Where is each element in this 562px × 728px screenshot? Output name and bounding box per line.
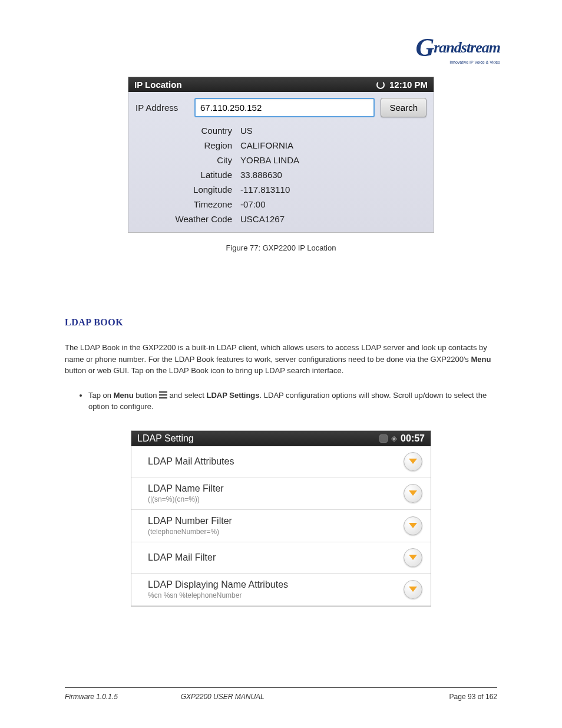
clock-time-2: 00:57 (401, 433, 425, 444)
svg-rect-1 (159, 394, 167, 396)
ldap-setting-screenshot: LDAP Setting ◈ 00:57 LDAP Mail Attribute… (131, 430, 431, 607)
info-value: -117.813110 (240, 185, 427, 195)
ip-location-titlebar: IP Location 12:10 PM (128, 77, 434, 92)
ldap-item-title: LDAP Name Filter (148, 483, 404, 494)
svg-rect-0 (159, 391, 167, 393)
info-value: YORBA LINDA (240, 155, 427, 165)
info-key: Longitude (128, 185, 240, 195)
ldap-bullet-1: Tap on Menu button and select LDAP Setti… (88, 390, 497, 413)
info-row: RegionCALIFORNIA (128, 138, 434, 153)
info-value: CALIFORNIA (240, 140, 427, 150)
clock-time: 12:10 PM (389, 80, 428, 90)
brand-logo: Grandstream Innovative IP Voice & Video (415, 32, 500, 64)
ldap-item-sub: (|(sn=%)(cn=%)) (148, 495, 404, 503)
ldap-setting-item[interactable]: LDAP Number Filter(telephoneNumber=%) (131, 510, 431, 542)
ldap-setting-item[interactable]: LDAP Displaying Name Attributes%cn %sn %… (131, 574, 431, 606)
ldap-item-sub: %cn %sn %telephoneNumber (148, 591, 404, 599)
chevron-down-icon (409, 587, 417, 592)
info-key: Latitude (128, 170, 240, 180)
search-button[interactable]: Search (381, 98, 427, 117)
ldap-item-title: LDAP Mail Filter (148, 552, 404, 563)
ip-location-title: IP Location (134, 80, 182, 90)
expand-button[interactable] (404, 452, 422, 471)
info-key: Region (128, 140, 240, 150)
info-value: 33.888630 (240, 170, 427, 180)
ldap-setting-item[interactable]: LDAP Mail Filter (131, 542, 431, 574)
info-value: -07:00 (240, 199, 427, 209)
info-key: Weather Code (128, 214, 240, 224)
info-value: USCA1267 (240, 214, 427, 224)
wifi-icon: ◈ (391, 434, 397, 443)
figure-caption: Figure 77: GXP2200 IP Location (65, 243, 497, 252)
chevron-down-icon (409, 523, 417, 528)
check-icon (379, 434, 388, 443)
info-row: CityYORBA LINDA (128, 153, 434, 167)
ldap-item-title: LDAP Displaying Name Attributes (148, 579, 404, 590)
chevron-down-icon (409, 459, 417, 464)
ldap-setting-titlebar: LDAP Setting ◈ 00:57 (131, 431, 431, 446)
info-row: Latitude33.888630 (128, 167, 434, 182)
ldap-item-title: LDAP Mail Attributes (148, 456, 404, 467)
info-row: Timezone-07:00 (128, 197, 434, 212)
ldap-intro-paragraph: The LDAP Book in the GXP2200 is a built-… (65, 342, 497, 377)
chevron-down-icon (409, 555, 417, 560)
status-icons: ◈ (379, 434, 397, 443)
page-footer: Firmware 1.0.1.5 GXP2200 USER MANUAL Pag… (65, 687, 497, 701)
ip-location-screenshot: IP Location 12:10 PM IP Address Search C… (128, 77, 434, 233)
expand-button[interactable] (404, 548, 422, 567)
ldap-item-title: LDAP Number Filter (148, 516, 404, 526)
expand-button[interactable] (404, 580, 422, 599)
refresh-icon (376, 81, 385, 89)
ip-address-input[interactable] (194, 98, 375, 117)
ldap-item-sub: (telephoneNumber=%) (148, 528, 404, 536)
ldap-setting-item[interactable]: LDAP Name Filter(|(sn=%)(cn=%)) (131, 477, 431, 510)
info-key: City (128, 155, 240, 165)
svg-rect-2 (159, 397, 167, 398)
info-value: US (240, 126, 427, 136)
ip-address-label: IP Address (135, 103, 189, 113)
info-key: Country (128, 126, 240, 136)
info-row: Weather CodeUSCA1267 (128, 212, 434, 226)
expand-button[interactable] (404, 516, 422, 535)
info-row: Longitude-117.813110 (128, 182, 434, 197)
ldap-setting-item[interactable]: LDAP Mail Attributes (131, 446, 431, 477)
info-key: Timezone (128, 199, 240, 209)
ldap-setting-title: LDAP Setting (137, 433, 194, 444)
chevron-down-icon (409, 490, 417, 496)
ldap-book-heading: LDAP BOOK (65, 317, 497, 328)
expand-button[interactable] (404, 484, 422, 503)
info-row: CountryUS (128, 123, 434, 138)
